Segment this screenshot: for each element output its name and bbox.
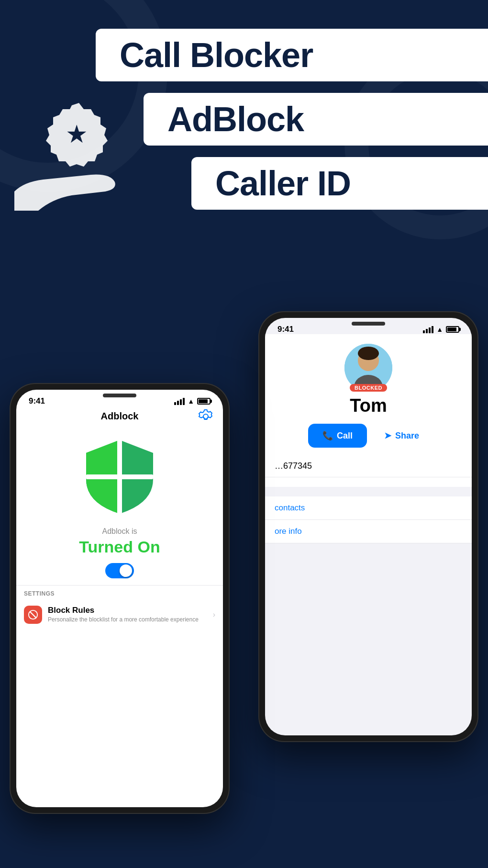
gear-button[interactable] <box>198 409 213 424</box>
status-bar-back: 9:41 ▲ <box>265 318 472 334</box>
call-icon: 📞 <box>322 430 333 441</box>
wifi-icon-front: ▲ <box>188 397 194 405</box>
share-label: Share <box>395 431 419 441</box>
signal-bar-1 <box>423 330 425 333</box>
signal-bar-2 <box>426 329 428 333</box>
toggle-container <box>16 563 223 578</box>
settings-block-rules-row[interactable]: Block Rules Personalize the blocklist fo… <box>24 601 215 629</box>
shield-icon <box>79 436 160 518</box>
settings-section-label: SETTINGS <box>24 590 215 597</box>
signal-icon-front <box>174 398 185 405</box>
adblock-header: Adblock <box>16 406 223 427</box>
adblock-screen: 9:41 ▲ Adblock <box>16 390 223 807</box>
wifi-icon-back: ▲ <box>436 326 443 333</box>
time-front: 9:41 <box>29 396 45 406</box>
label-bar-adblock: AdBlock <box>144 93 488 146</box>
caller-name: Tom <box>265 395 472 416</box>
battery-fill-back <box>447 327 456 331</box>
share-icon: ➤ <box>384 430 391 441</box>
caller-list: contacts ore info <box>265 496 472 543</box>
avatar-wrap: BLOCKED <box>265 334 472 392</box>
caller-header: BLOCKED Tom 📞 Call ➤ Share …677345 <box>265 334 472 487</box>
adblock-status-state: Turned On <box>16 538 223 556</box>
chevron-right-icon: › <box>213 610 215 619</box>
label-bar-call-blocker: Call Blocker <box>96 29 488 81</box>
svg-text:★: ★ <box>66 120 88 148</box>
status-bar-front: 9:41 ▲ <box>16 390 223 406</box>
hand-badge-icon: ★ <box>14 96 129 220</box>
list-item-more-info: ore info <box>275 527 302 536</box>
adblock-title: Adblock <box>101 411 139 422</box>
svg-line-8 <box>30 611 36 618</box>
settings-section: SETTINGS Block Rules Personalize the blo… <box>16 585 223 629</box>
svg-rect-6 <box>86 474 153 479</box>
caller-number: …677345 <box>265 455 472 477</box>
battery-icon-back <box>446 326 459 333</box>
settings-text-group: Block Rules Personalize the blocklist fo… <box>48 606 207 624</box>
adblock-toggle[interactable] <box>105 563 134 578</box>
phone-front: 9:41 ▲ Adblock <box>10 383 230 814</box>
share-button[interactable]: ➤ Share <box>375 424 429 448</box>
label-adblock: AdBlock <box>167 100 304 139</box>
number-prefix: … <box>275 461 283 471</box>
call-label: Call <box>337 431 353 441</box>
number-value: 677345 <box>283 461 312 471</box>
phone-speaker-back <box>352 322 385 326</box>
shield-container <box>16 427 223 522</box>
signal-bar-3 <box>429 327 431 333</box>
list-item-contacts: contacts <box>275 503 305 512</box>
time-back: 9:41 <box>277 325 294 334</box>
settings-row-title: Block Rules <box>48 606 207 615</box>
phones-container: 9:41 ▲ <box>0 287 488 868</box>
blocked-badge: BLOCKED <box>350 384 387 392</box>
status-icons-front: ▲ <box>174 397 211 405</box>
caller-list-more-info[interactable]: ore info <box>265 520 472 543</box>
call-button[interactable]: 📞 Call <box>308 424 367 448</box>
block-rules-icon <box>24 606 42 624</box>
caller-actions: 📞 Call ➤ Share <box>265 416 472 455</box>
phone-back: 9:41 ▲ <box>258 311 478 742</box>
caller-screen: 9:41 ▲ <box>265 318 472 735</box>
label-caller-id: Caller ID <box>215 164 351 203</box>
signal-icon-back <box>423 326 433 333</box>
svg-point-3 <box>358 347 379 360</box>
battery-icon-front <box>197 398 211 405</box>
battery-fill-front <box>199 399 208 403</box>
settings-row-subtitle: Personalize the blocklist for a more com… <box>48 616 207 624</box>
toggle-knob <box>120 564 132 577</box>
status-icons-back: ▲ <box>423 326 459 333</box>
caller-list-contacts[interactable]: contacts <box>265 496 472 520</box>
phone-speaker-front <box>103 394 136 397</box>
label-call-blocker: Call Blocker <box>120 35 313 75</box>
label-bar-caller-id: Caller ID <box>191 157 488 210</box>
adblock-status-label: Adblock is <box>16 527 223 536</box>
signal-bar-4 <box>432 326 433 333</box>
